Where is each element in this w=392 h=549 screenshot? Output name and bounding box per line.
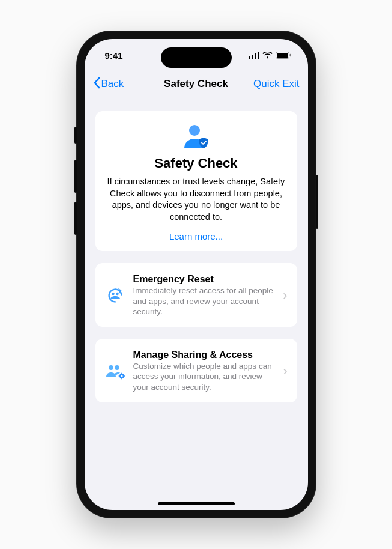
svg-rect-0 xyxy=(249,56,250,59)
svg-rect-3 xyxy=(258,52,259,59)
people-gear-icon xyxy=(105,363,125,380)
emergency-reset-row[interactable]: Emergency Reset Immediately reset access… xyxy=(95,263,297,327)
svg-point-11 xyxy=(115,365,119,370)
status-icons xyxy=(249,50,291,61)
manage-sharing-row[interactable]: Manage Sharing & Access Customize which … xyxy=(95,339,297,402)
volume-up-button xyxy=(74,160,77,193)
svg-point-10 xyxy=(109,365,113,370)
chevron-right-icon: › xyxy=(283,288,287,303)
status-time: 9:41 xyxy=(105,50,123,61)
content: Safety Check If circumstances or trust l… xyxy=(85,97,308,510)
row-description: Immediately reset access for all people … xyxy=(133,285,276,317)
battery-icon xyxy=(276,50,291,61)
volume-down-button xyxy=(74,202,77,235)
svg-point-13 xyxy=(121,375,122,377)
learn-more-link[interactable]: Learn more... xyxy=(106,231,286,241)
svg-point-9 xyxy=(116,293,119,296)
dynamic-island xyxy=(161,47,232,68)
svg-rect-17 xyxy=(124,375,125,377)
intro-title: Safety Check xyxy=(106,156,286,171)
wifi-icon xyxy=(262,50,273,61)
svg-rect-6 xyxy=(289,53,291,56)
svg-rect-15 xyxy=(121,378,122,379)
quick-exit-button[interactable]: Quick Exit xyxy=(253,78,300,90)
nav-bar: Back Safety Check Quick Exit xyxy=(85,71,308,97)
intro-description: If circumstances or trust levels change,… xyxy=(106,176,286,223)
phone-frame: 9:41 xyxy=(76,31,316,518)
row-description: Customize which people and apps can acce… xyxy=(133,361,276,393)
svg-rect-14 xyxy=(121,372,122,374)
back-button[interactable]: Back xyxy=(93,77,124,92)
intro-card: Safety Check If circumstances or trust l… xyxy=(95,111,297,251)
emergency-reset-icon xyxy=(105,287,125,305)
person-shield-icon xyxy=(106,123,286,151)
nav-title: Safety Check xyxy=(164,78,228,90)
back-label: Back xyxy=(101,78,124,90)
mute-switch xyxy=(74,127,77,144)
svg-rect-1 xyxy=(252,55,253,59)
power-button xyxy=(316,175,318,229)
svg-point-8 xyxy=(112,293,115,296)
home-indicator[interactable] xyxy=(158,502,235,505)
svg-rect-2 xyxy=(255,53,256,59)
svg-rect-16 xyxy=(118,375,119,377)
row-title: Manage Sharing & Access xyxy=(133,350,276,360)
row-title: Emergency Reset xyxy=(133,274,276,285)
screen: 9:41 xyxy=(85,39,308,510)
chevron-left-icon xyxy=(93,77,100,92)
svg-rect-5 xyxy=(277,53,288,58)
svg-point-7 xyxy=(189,125,200,136)
chevron-right-icon: › xyxy=(283,363,287,379)
cellular-icon xyxy=(249,50,259,61)
